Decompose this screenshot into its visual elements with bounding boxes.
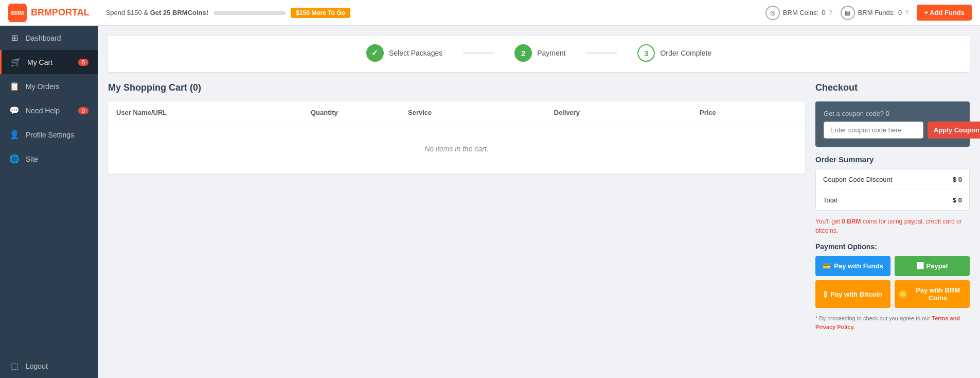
paypal-label: Paypal	[926, 262, 948, 270]
brm-coins-display: ◎ BRM Coins: 0 ?	[765, 6, 832, 20]
sidebar-item-my-cart[interactable]: 🛒 My Cart 0	[0, 50, 98, 74]
checkout-title: Checkout	[815, 82, 970, 93]
summary-row-coupon: Coupon Code Discount $ 0	[816, 169, 969, 190]
orders-icon: 📋	[9, 81, 20, 91]
coins-label: BRM Coins:	[783, 9, 818, 16]
sidebar: ⊞ Dashboard 🛒 My Cart 0 📋 My Orders 💬 Ne…	[0, 26, 98, 378]
sidebar-item-need-help[interactable]: 💬 Need Help 0	[0, 98, 98, 123]
top-bar-right: ◎ BRM Coins: 0 ? ▦ BRM Funds: 0 ? + Add …	[765, 5, 972, 21]
sidebar-item-site[interactable]: 🌐 Site	[0, 147, 98, 171]
pay-with-funds-button[interactable]: 💳 Pay with Funds	[815, 256, 890, 276]
step-label-payment: Payment	[537, 49, 565, 57]
cart-icon: 🛒	[11, 57, 21, 67]
pay-with-paypal-button[interactable]: 🅿 Paypal	[895, 256, 970, 276]
step-select-packages: ✓ Select Packages	[366, 44, 442, 62]
top-bar-left: BRM BRMPORTAL Spend $150 & Get 25 BRMCoi…	[8, 4, 350, 22]
step-circle-payment: 2	[514, 44, 532, 62]
summary-label-total: Total	[823, 196, 837, 204]
payment-options-title: Payment Options:	[815, 243, 970, 251]
pay-funds-icon: 💳	[823, 262, 831, 270]
step-circle-order-complete: 3	[637, 44, 655, 62]
sidebar-label-my-orders: My Orders	[26, 82, 59, 91]
coins-help-icon[interactable]: ?	[828, 9, 832, 16]
step-label-order-complete: Order Complete	[660, 49, 711, 57]
pay-with-bitcoin-button[interactable]: ₿ Pay with Bitcoin	[815, 280, 890, 308]
promo-progress-bar	[213, 11, 286, 15]
coupon-area: Got a coupon code? 0 Apply Coupon	[815, 101, 970, 147]
promo-badge: $150 More To Go	[291, 8, 350, 18]
cart-table: User Name/URL Quantity Service Delivery …	[108, 101, 805, 174]
pay-with-brm-button[interactable]: 🪙 Pay with BRM Coins	[895, 280, 970, 308]
coupon-input[interactable]	[824, 122, 923, 139]
order-summary: Order Summary Coupon Code Discount $ 0 T…	[815, 155, 970, 211]
help-badge: 0	[78, 107, 88, 114]
sidebar-label-my-cart: My Cart	[27, 58, 52, 66]
checkout-section: Checkout Got a coupon code? 0 Apply Coup…	[815, 82, 970, 331]
funds-icon: ▦	[841, 6, 855, 20]
promo-text: Spend $150 & Get 25 BRMCoins!	[106, 9, 208, 16]
step-divider-1	[463, 53, 494, 54]
coins-promo-text: You'll get 0 BRM coins for using paypal,…	[815, 217, 970, 235]
page-layout: My Shopping Cart (0) User Name/URL Quant…	[108, 82, 970, 331]
cart-title: My Shopping Cart (0)	[108, 82, 805, 93]
coupon-row: Apply Coupon	[824, 122, 961, 139]
sidebar-label-profile-settings: Profile Settings	[26, 131, 74, 139]
sidebar-item-dashboard[interactable]: ⊞ Dashboard	[0, 26, 98, 50]
main-content: ✓ Select Packages 2 Payment 3 Order Comp…	[98, 26, 980, 378]
pay-bitcoin-label: Pay with Bitcoin	[830, 290, 882, 298]
step-label-select-packages: Select Packages	[389, 49, 442, 57]
funds-label: BRM Funds:	[858, 9, 895, 16]
logo-area: BRM BRMPORTAL	[8, 4, 90, 22]
summary-value-total: $ 0	[953, 196, 962, 204]
funds-help-icon[interactable]: ?	[905, 9, 908, 16]
sidebar-label-need-help: Need Help	[26, 107, 60, 115]
sidebar-item-logout[interactable]: ⬚ Logout	[0, 354, 98, 378]
coins-icon: ◎	[765, 6, 780, 20]
sidebar-label-site: Site	[26, 155, 38, 163]
cart-table-header: User Name/URL Quantity Service Delivery …	[108, 101, 805, 124]
step-payment: 2 Payment	[514, 44, 565, 62]
summary-table: Coupon Code Discount $ 0 Total $ 0	[815, 169, 970, 211]
bitcoin-icon: ₿	[824, 290, 827, 298]
apply-coupon-button[interactable]: Apply Coupon	[928, 122, 980, 139]
step-divider-2	[586, 53, 617, 54]
promo-bar: Spend $150 & Get 25 BRMCoins! $150 More …	[106, 8, 350, 18]
logo-icon: BRM	[8, 4, 27, 22]
paypal-icon: 🅿	[917, 262, 923, 270]
stepper: ✓ Select Packages 2 Payment 3 Order Comp…	[108, 36, 970, 72]
col-username: User Name/URL	[116, 109, 311, 116]
cart-section: My Shopping Cart (0) User Name/URL Quant…	[108, 82, 805, 331]
order-summary-title: Order Summary	[815, 155, 970, 164]
top-bar: BRM BRMPORTAL Spend $150 & Get 25 BRMCoi…	[0, 0, 980, 26]
sidebar-label-logout: Logout	[26, 362, 48, 370]
col-delivery: Delivery	[554, 109, 700, 116]
logo-text: BRMPORTAL	[31, 7, 90, 18]
summary-value-coupon: $ 0	[953, 176, 962, 183]
pay-brm-label: Pay with BRM Coins	[910, 286, 966, 302]
step-order-complete: 3 Order Complete	[637, 44, 711, 62]
payment-grid: 💳 Pay with Funds 🅿 Paypal ₿ Pay with Bit…	[815, 256, 970, 308]
summary-label-coupon: Coupon Code Discount	[823, 176, 892, 183]
profile-icon: 👤	[9, 130, 20, 140]
summary-row-total: Total $ 0	[816, 190, 969, 210]
dashboard-icon: ⊞	[9, 33, 20, 43]
cart-empty-message: No items in the cart.	[108, 124, 805, 174]
site-icon: 🌐	[9, 154, 20, 164]
add-funds-button[interactable]: + Add Funds	[917, 5, 972, 21]
brm-funds-display: ▦ BRM Funds: 0 ?	[841, 6, 909, 20]
step-circle-select-packages: ✓	[366, 44, 384, 62]
coins-value: 0	[822, 9, 825, 16]
cart-badge: 0	[78, 59, 88, 66]
brm-coins-icon: 🪙	[899, 290, 907, 298]
col-quantity: Quantity	[311, 109, 408, 116]
sidebar-label-dashboard: Dashboard	[26, 34, 61, 42]
terms-text: * By proceeding to check out you agree t…	[815, 314, 970, 331]
help-icon: 💬	[9, 106, 20, 115]
sidebar-item-my-orders[interactable]: 📋 My Orders	[0, 74, 98, 98]
sidebar-item-profile-settings[interactable]: 👤 Profile Settings	[0, 123, 98, 147]
pay-funds-label: Pay with Funds	[834, 262, 883, 270]
col-price: Price	[700, 109, 797, 116]
funds-value: 0	[898, 9, 902, 16]
sidebar-spacer	[0, 171, 98, 354]
col-service: Service	[408, 109, 554, 116]
